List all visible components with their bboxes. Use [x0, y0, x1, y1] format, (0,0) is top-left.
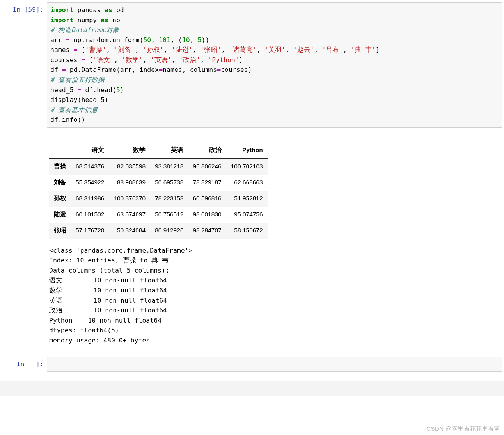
table-cell: 68.311986: [71, 191, 109, 207]
dataframe-table: 语文 数学 英语 政治 Python 曹操 68.514376 82.03559…: [49, 142, 268, 239]
table-cell: 88.988639: [109, 175, 150, 191]
code-input-area[interactable]: [47, 357, 502, 372]
df-info-output: <class 'pandas.core.frame.DataFrame'> In…: [47, 242, 504, 355]
table-cell: 50.695738: [150, 175, 188, 191]
table-cell: 98.001830: [188, 207, 226, 223]
table-cell: 57.176720: [71, 223, 109, 239]
col-header: 政治: [188, 142, 226, 159]
row-index: 曹操: [49, 158, 71, 175]
row-index: 张昭: [49, 223, 71, 239]
table-cell: 63.674697: [109, 207, 150, 223]
table-cell: 50.324084: [109, 223, 150, 239]
table-row: 张昭 57.176720 50.324084 80.912926 98.2847…: [49, 223, 268, 239]
table-cell: 60.101502: [71, 207, 109, 223]
row-index: 孙权: [49, 191, 71, 207]
row-index: 陆逊: [49, 207, 71, 223]
col-header: Python: [226, 142, 268, 159]
table-cell: 95.074756: [226, 207, 268, 223]
table-cell: 100.376370: [109, 191, 150, 207]
table-cell: 55.354922: [71, 175, 109, 191]
row-index: 刘备: [49, 175, 71, 191]
table-header-row: 语文 数学 英语 政治 Python: [49, 142, 268, 159]
input-prompt: In [ ]:: [0, 357, 47, 372]
table-row: 刘备 55.354922 88.988639 50.695738 78.8291…: [49, 175, 268, 191]
table-cell: 78.829187: [188, 175, 226, 191]
code-input-area[interactable]: import pandas as pd import numpy as np #…: [47, 2, 502, 128]
col-header: 语文: [71, 142, 109, 159]
code-cell-empty: In [ ]:: [0, 357, 502, 372]
input-prompt: In [59]:: [0, 2, 47, 128]
cell-output: 语文 数学 英语 政治 Python 曹操 68.514376 82.03559…: [0, 142, 504, 355]
table-row: 孙权 68.311986 100.376370 78.223153 60.596…: [49, 191, 268, 207]
table-cell: 93.381213: [150, 158, 188, 175]
table-cell: 80.912926: [150, 223, 188, 239]
table-row: 陆逊 60.101502 63.674697 50.756512 98.0018…: [49, 207, 268, 223]
table-cell: 82.035598: [109, 158, 150, 175]
corner-cell: [49, 142, 71, 159]
table-cell: 58.150672: [226, 223, 268, 239]
col-header: 数学: [109, 142, 150, 159]
code-content[interactable]: import pandas as pd import numpy as np #…: [50, 5, 499, 125]
bottom-bar: [0, 381, 504, 396]
table-cell: 51.952812: [226, 191, 268, 207]
table-cell: 50.756512: [150, 207, 188, 223]
col-header: 英语: [150, 142, 188, 159]
table-cell: 60.596816: [188, 191, 226, 207]
table-cell: 100.702103: [226, 158, 268, 175]
code-cell-59: In [59]: import pandas as pd import nump…: [0, 2, 502, 128]
table-cell: 62.668663: [226, 175, 268, 191]
table-cell: 98.284707: [188, 223, 226, 239]
table-row: 曹操 68.514376 82.035598 93.381213 96.8062…: [49, 158, 268, 175]
table-cell: 78.223153: [150, 191, 188, 207]
table-cell: 96.806246: [188, 158, 226, 175]
table-cell: 68.514376: [71, 158, 109, 175]
